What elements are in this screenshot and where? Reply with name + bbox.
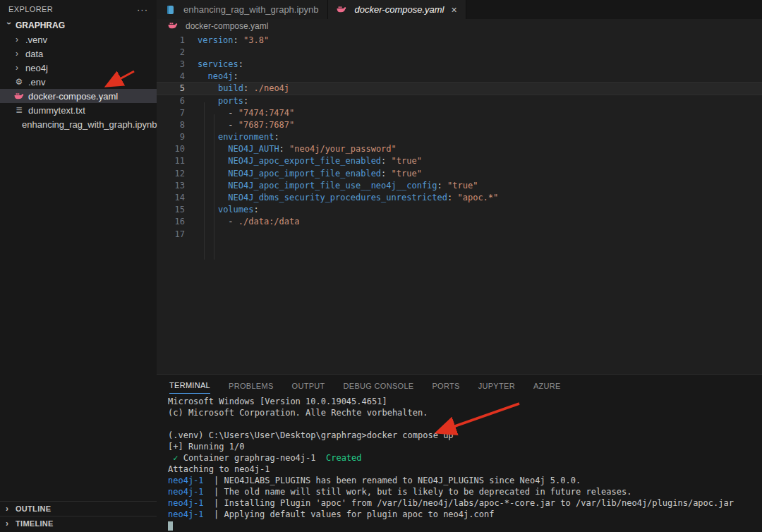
code-text: environment:	[185, 132, 279, 142]
chevron-down-icon: ›	[6, 22, 13, 29]
line-number: 7	[157, 108, 185, 118]
editor-line-2[interactable]: 2	[157, 46, 762, 58]
editor-line-1[interactable]: 1version: "3.8"	[157, 34, 762, 46]
terminal-cursor	[168, 521, 173, 531]
tab-enhancing-rag-with-graph-ipynb[interactable]: enhancing_rag_with_graph.ipynb	[157, 0, 328, 19]
line-number: 5	[157, 83, 185, 93]
chevron-right-icon: ›	[6, 520, 13, 527]
explorer-header: EXPLORER ···	[0, 0, 157, 18]
breadcrumb-label: docker-compose.yaml	[186, 21, 268, 31]
terminal-line: [+] Running 1/0	[168, 441, 762, 452]
panel-tab-terminal[interactable]: TERMINAL	[169, 377, 210, 394]
sidebar-section-timeline[interactable]: ›TIMELINE	[0, 516, 157, 531]
chevron-right-icon: ›	[16, 50, 23, 57]
line-number: 12	[157, 169, 185, 179]
chevron-right-icon: ›	[16, 36, 23, 43]
sidebar-item-enhancing-rag-with-graph-ipynb[interactable]: enhancing_rag_with_graph.ipynb	[0, 117, 157, 131]
notebook-icon	[167, 6, 174, 14]
line-number: 4	[157, 71, 185, 81]
editor-line-8[interactable]: 8 - "7687:7687"	[157, 119, 762, 131]
tab-docker-compose-yaml[interactable]: docker-compose.yaml×	[328, 0, 466, 19]
section-label: OUTLINE	[16, 504, 51, 513]
editor-line-4[interactable]: 4 neo4j:	[157, 71, 762, 83]
editor-line-6[interactable]: 6 ports:	[157, 95, 762, 107]
code-editor[interactable]: 1version: "3.8"23services:4 neo4j:5 buil…	[157, 32, 762, 374]
code-text: NEO4J_apoc_import_file_enabled: "true"	[185, 169, 422, 179]
terminal-line: neo4j-1 | The old name will still work, …	[168, 486, 762, 497]
docker-whale-icon	[168, 21, 178, 31]
editor-line-13[interactable]: 13 NEO4J_apoc_import_file_use__neo4j__co…	[157, 179, 762, 191]
terminal-line: neo4j-1 | NEO4JLABS_PLUGINS has been ren…	[168, 475, 762, 486]
terminal-line: Microsoft Windows [Version 10.0.19045.46…	[168, 396, 762, 407]
terminal-line: (.venv) C:\Users\User\Desktop\graphrag>d…	[168, 430, 762, 441]
panel-tab-bar: TERMINALPROBLEMSOUTPUTDEBUG CONSOLEPORTS…	[157, 375, 762, 396]
panel-tab-ports[interactable]: PORTS	[432, 377, 459, 394]
code-text: - "7474:7474"	[185, 108, 294, 118]
file-label: neo4j	[25, 63, 48, 73]
bottom-panel: TERMINALPROBLEMSOUTPUTDEBUG CONSOLEPORTS…	[157, 374, 762, 532]
more-actions-icon[interactable]: ···	[137, 4, 148, 15]
editor-line-17[interactable]: 17	[157, 228, 762, 240]
editor-lines: 1version: "3.8"23services:4 neo4j:5 buil…	[157, 34, 762, 240]
line-number: 11	[157, 156, 185, 166]
sidebar-item-dummytext-txt[interactable]: ≣dummytext.txt	[0, 103, 157, 117]
code-text: NEO4J_apoc_import_file_use__neo4j__confi…	[185, 181, 478, 191]
gear-icon: ⚙	[14, 77, 24, 87]
panel-tab-debug-console[interactable]: DEBUG CONSOLE	[344, 377, 414, 394]
line-number: 17	[157, 229, 185, 239]
panel-tab-azure[interactable]: AZURE	[533, 377, 561, 394]
section-label: TIMELINE	[16, 519, 54, 528]
vscode-window: EXPLORER ··· › GRAPHRAG ›.venv›data›neo4…	[0, 0, 762, 532]
file-label: dummytext.txt	[28, 105, 85, 116]
code-text: ports:	[185, 96, 248, 106]
terminal-line: (c) Microsoft Corporation. Alle Rechte v…	[168, 407, 762, 418]
editor-line-3[interactable]: 3services:	[157, 58, 762, 70]
code-text: NEO4J_AUTH: "neo4j/your_password"	[185, 144, 397, 154]
line-number: 10	[157, 144, 185, 154]
sidebar-item-graphrag-root[interactable]: › GRAPHRAG	[0, 18, 157, 32]
docker-whale-icon	[337, 5, 346, 15]
panel-tab-jupyter[interactable]: JUPYTER	[478, 377, 515, 394]
sidebar-item-data[interactable]: ›data	[0, 47, 157, 61]
code-text: neo4j:	[185, 71, 238, 81]
tab-label: enhancing_rag_with_graph.ipynb	[183, 4, 319, 15]
editor-line-10[interactable]: 10 NEO4J_AUTH: "neo4j/your_password"	[157, 143, 762, 155]
breadcrumb[interactable]: docker-compose.yaml	[157, 19, 762, 32]
code-text: services:	[185, 59, 243, 69]
root-folder-label: GRAPHRAG	[16, 20, 65, 30]
sidebar-section-outline[interactable]: ›OUTLINE	[0, 501, 157, 516]
terminal-line	[168, 520, 762, 531]
line-number: 1	[157, 35, 185, 45]
editor-line-9[interactable]: 9 environment:	[157, 131, 762, 143]
text-file-icon: ≣	[14, 105, 24, 115]
explorer-sidebar: EXPLORER ··· › GRAPHRAG ›.venv›data›neo4…	[0, 0, 157, 532]
sidebar-bottom-sections: ›OUTLINE›TIMELINE	[0, 501, 157, 531]
panel-tab-output[interactable]: OUTPUT	[292, 377, 325, 394]
code-text: NEO4J_dbms_security_procedures_unrestric…	[185, 193, 498, 202]
editor-line-12[interactable]: 12 NEO4J_apoc_import_file_enabled: "true…	[157, 167, 762, 179]
chevron-right-icon: ›	[16, 64, 23, 71]
close-icon[interactable]: ×	[451, 5, 456, 15]
line-number: 6	[157, 96, 185, 106]
editor-line-16[interactable]: 16 - ./data:/data	[157, 216, 762, 228]
docker-whale-icon	[14, 91, 24, 101]
sidebar-item-neo4j[interactable]: ›neo4j	[0, 61, 157, 75]
editor-line-14[interactable]: 14 NEO4J_dbms_security_procedures_unrest…	[157, 191, 762, 203]
line-number: 14	[157, 193, 185, 202]
editor-line-5[interactable]: 5 build: ./neo4j	[157, 83, 762, 95]
code-text: - "7687:7687"	[185, 120, 294, 130]
terminal-output[interactable]: Microsoft Windows [Version 10.0.19045.46…	[157, 396, 762, 531]
editor-line-7[interactable]: 7 - "7474:7474"	[157, 107, 762, 119]
line-number: 8	[157, 120, 185, 130]
chevron-right-icon: ›	[6, 505, 13, 512]
line-number: 3	[157, 59, 185, 69]
sidebar-item-docker-compose-yaml[interactable]: docker-compose.yaml	[0, 89, 157, 103]
editor-line-15[interactable]: 15 volumes:	[157, 204, 762, 216]
sidebar-item--env[interactable]: ⚙.env	[0, 75, 157, 89]
sidebar-item--venv[interactable]: ›.venv	[0, 32, 157, 47]
code-text: build: ./neo4j	[185, 83, 289, 93]
panel-tab-problems[interactable]: PROBLEMS	[229, 377, 274, 394]
file-label: enhancing_rag_with_graph.ipynb	[22, 119, 157, 130]
line-number: 15	[157, 205, 185, 214]
editor-line-11[interactable]: 11 NEO4J_apoc_export_file_enabled: "true…	[157, 155, 762, 167]
